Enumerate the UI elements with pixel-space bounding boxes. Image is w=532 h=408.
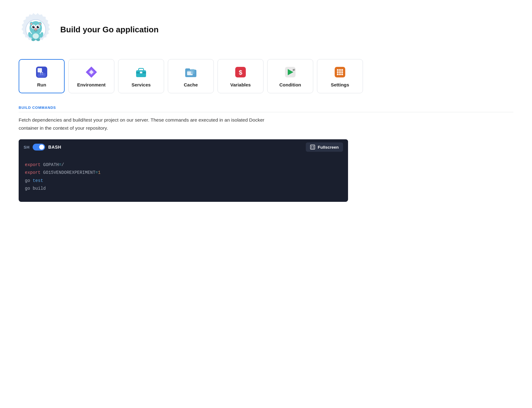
section-description: Fetch dependencies and build/test your p… — [19, 116, 283, 132]
tab-services[interactable]: Services — [118, 59, 164, 93]
tab-environment[interactable]: Environment — [68, 59, 114, 93]
tab-condition[interactable]: IF Condition — [267, 59, 313, 93]
svg-point-45 — [341, 71, 343, 73]
editor-toolbar: SH BASH Fullscreen — [19, 139, 348, 155]
tab-condition-label: Condition — [279, 82, 301, 87]
svg-rect-29 — [139, 68, 144, 71]
svg-rect-49 — [310, 145, 315, 149]
svg-point-43 — [337, 71, 339, 73]
fullscreen-button[interactable]: Fullscreen — [306, 142, 343, 152]
svg-point-44 — [339, 71, 341, 73]
build-commands-section: BUILD COMMANDS Fetch dependencies and bu… — [19, 106, 513, 202]
fullscreen-icon — [310, 145, 315, 150]
svg-point-16 — [36, 39, 40, 41]
svg-point-10 — [36, 29, 37, 30]
svg-point-12 — [33, 33, 39, 39]
services-icon — [134, 65, 148, 79]
page-title: Build your Go application — [60, 25, 158, 35]
svg-point-19 — [31, 23, 32, 25]
code-line-4: go build — [25, 185, 342, 192]
environment-icon — [85, 65, 98, 79]
svg-point-4 — [32, 26, 35, 28]
svg-point-9 — [34, 29, 35, 30]
svg-rect-33 — [191, 69, 195, 74]
tab-run[interactable]: $1 Run — [19, 59, 65, 93]
svg-text:$: $ — [239, 69, 242, 76]
fullscreen-label: Fullscreen — [318, 145, 339, 150]
svg-point-20 — [39, 23, 41, 25]
svg-rect-31 — [140, 72, 142, 73]
editor-code-body[interactable]: export GOPATH=/ export GO15VENDOREXPERIM… — [19, 155, 348, 202]
svg-rect-28 — [136, 70, 146, 77]
svg-point-46 — [337, 73, 339, 75]
code-line-2: export GO15VENDOREXPERIMENT=1 — [25, 169, 342, 177]
sh-label: SH — [24, 145, 30, 150]
condition-icon: IF — [283, 65, 297, 79]
settings-icon — [333, 65, 347, 79]
svg-point-5 — [37, 26, 39, 28]
svg-point-7 — [38, 26, 39, 27]
tab-environment-label: Environment — [77, 82, 106, 87]
variables-icon: $ — [234, 65, 247, 79]
go-gopher-logo — [19, 12, 53, 47]
sh-bash-toggle[interactable] — [33, 144, 45, 151]
tab-run-label: Run — [37, 82, 46, 87]
svg-point-42 — [341, 69, 343, 71]
tab-variables[interactable]: $ Variables — [218, 59, 264, 93]
cache-icon — [184, 65, 198, 79]
tab-variables-label: Variables — [230, 82, 251, 87]
svg-text:IF: IF — [293, 68, 296, 72]
tab-settings[interactable]: Settings — [317, 59, 363, 93]
svg-point-6 — [34, 26, 34, 27]
code-line-3: go test — [25, 177, 342, 185]
svg-rect-24 — [38, 73, 46, 77]
svg-point-15 — [31, 39, 35, 41]
tab-cache[interactable]: Cache — [168, 59, 214, 93]
code-editor: SH BASH Fullscreen export GOPATH=/ — [19, 139, 348, 202]
bash-label: BASH — [48, 145, 61, 150]
tab-services-label: Services — [131, 82, 151, 87]
svg-point-48 — [341, 73, 343, 75]
section-header: BUILD COMMANDS — [19, 106, 513, 112]
svg-point-41 — [339, 69, 341, 71]
editor-toolbar-left: SH BASH — [24, 144, 61, 151]
tab-bar: $1 Run Environment Services — [19, 59, 513, 93]
code-line-1: export GOPATH=/ — [25, 161, 342, 169]
run-icon: $1 — [35, 65, 48, 79]
tab-cache-label: Cache — [184, 82, 198, 87]
svg-point-47 — [339, 73, 341, 75]
svg-point-40 — [337, 69, 339, 71]
tab-settings-label: Settings — [331, 82, 349, 87]
page-header: Build your Go application — [19, 12, 513, 47]
